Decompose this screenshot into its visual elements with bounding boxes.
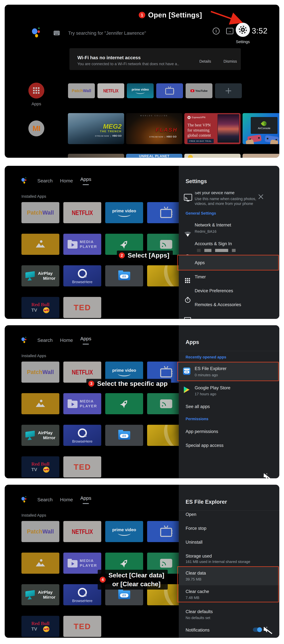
keyboard-icon[interactable] (54, 31, 60, 35)
item-app-permissions[interactable]: App permissions (186, 429, 218, 434)
mi-channel-icon[interactable]: MI (28, 120, 44, 136)
apps-grid-icon (33, 87, 40, 94)
app-tile-es[interactable] (105, 265, 143, 286)
app-tile-media[interactable]: MEDIAPLAYER (63, 393, 101, 414)
notifications-toggle-on[interactable] (253, 628, 262, 632)
banner-expressvpn[interactable]: ExpressVPN The best VPN for streaming gl… (184, 113, 240, 144)
apps-sidebar: Apps Recently opened apps ES File Explor… (179, 325, 279, 478)
app-tile-patchwall[interactable]: PatchWall (22, 521, 59, 542)
nav-tab-search[interactable]: Search (37, 178, 53, 184)
item-force-stop[interactable]: Force stop (186, 526, 206, 531)
item-google-play-store[interactable]: Google Play Store (195, 385, 230, 390)
item-uninstall[interactable]: Uninstall (186, 540, 203, 545)
app-tile-patchwall[interactable]: PatchWall (22, 362, 59, 383)
clock: 3:52 (252, 26, 267, 35)
partial-banner-unreal-planet[interactable]: UNREAL PLANET (126, 154, 182, 158)
nav-tab-home[interactable]: Home (60, 497, 73, 502)
item-accounts-sign-in[interactable]: Accounts & Sign In (195, 241, 232, 246)
nav-tab-apps[interactable]: Apps (80, 336, 91, 344)
app-tile-gallery[interactable] (22, 552, 59, 574)
input-source-icon[interactable]: → (226, 28, 233, 34)
app-tile-browsehere[interactable]: BrowseHere (63, 584, 101, 605)
nav-tab-search[interactable]: Search (37, 497, 53, 502)
search-hint[interactable]: Try searching for "Jennifer Lawrence" (68, 30, 146, 36)
item-special-app-access[interactable]: Special app access (186, 443, 223, 448)
app-tile-ted[interactable]: TED (63, 616, 101, 637)
app-tile-netflix[interactable]: NETFLIX (97, 83, 124, 98)
app-tile-rocket[interactable] (105, 393, 143, 414)
app-tile-browsehere[interactable]: BrowseHere (63, 425, 101, 446)
app-tile-airplay[interactable]: AirPlayMirror (22, 265, 59, 286)
item-open[interactable]: Open (186, 512, 196, 517)
app-tile-prime[interactable]: prime video (105, 521, 143, 542)
app-tile-gallery[interactable] (22, 234, 59, 255)
nav-tab-apps[interactable]: Apps (80, 495, 91, 504)
annotation-text: Open [Settings] (148, 11, 202, 19)
close-icon[interactable] (258, 194, 263, 198)
app-tile-ted[interactable]: TED (63, 456, 101, 478)
app-tile-media[interactable]: MEDIAPLAYER (63, 234, 101, 255)
airconsole-tv-art: AirConsole (251, 117, 277, 134)
app-tile-plus[interactable] (215, 83, 242, 98)
app-tile-airplay[interactable]: AirPlayMirror (22, 584, 59, 605)
app-tile-gallery[interactable] (22, 393, 59, 414)
details-button[interactable]: Details (199, 59, 211, 64)
installed-apps-label: Installed Apps (22, 354, 46, 358)
app-tile-youtube[interactable]: YouTube (186, 83, 212, 98)
banner-the-flash[interactable]: WORLDS COLLIDE FLASH STREAM NOW | HBO GO (126, 113, 182, 144)
installed-apps-label: Installed Apps (22, 513, 46, 518)
app-tile-redbull[interactable]: Red BullTV (22, 456, 59, 478)
nav-tab-search[interactable]: Search (37, 338, 53, 343)
partial-banner-3[interactable] (184, 154, 240, 158)
app-tile-prime[interactable]: prime video (105, 202, 143, 223)
panel-es-file-explorer: Search Home Apps Installed Apps PatchWal… (5, 485, 279, 638)
app-tile-netflix[interactable]: NETFLIX (63, 202, 101, 223)
nav-tab-apps[interactable]: Apps (80, 176, 91, 185)
item-clear-data[interactable]: Clear data (186, 570, 206, 576)
sidebar-title: Apps (186, 339, 199, 345)
item-apps[interactable]: Apps (195, 260, 205, 265)
item-network-internet[interactable]: Network & Internet (195, 222, 231, 228)
app-tile-browsehere[interactable]: BrowseHere (63, 265, 101, 286)
dismiss-button[interactable]: Dismiss (223, 59, 237, 64)
app-tile-netflix[interactable]: NETFLIX (63, 521, 101, 542)
partial-banner-1[interactable] (68, 154, 124, 158)
google-assistant-icon[interactable] (22, 337, 27, 344)
app-tile-tv[interactable] (156, 83, 183, 98)
banner-meg2[interactable]: MEG2 THE TRENCH STREAM NOW | HBO GO (68, 113, 124, 144)
item-timer[interactable]: Timer (195, 274, 206, 280)
step-badge: 1 (139, 12, 145, 18)
nav-tab-home[interactable]: Home (60, 338, 73, 343)
notification-count-icon[interactable]: 1 (213, 28, 220, 34)
app-tile-es[interactable] (105, 425, 143, 446)
apps-rail-button[interactable] (28, 83, 44, 98)
nav-tab-home[interactable]: Home (60, 178, 73, 184)
google-assistant-icon[interactable] (22, 177, 27, 184)
item-see-all-apps[interactable]: See all apps (186, 404, 210, 409)
app-tile-media[interactable]: MEDIAPLAYER (63, 552, 101, 574)
banner-airconsole[interactable]: AirConsole (242, 113, 279, 144)
app-tile-airplay[interactable]: AirPlayMirror (22, 425, 59, 446)
partial-banner-4[interactable] (242, 154, 279, 158)
item-clear-cache[interactable]: Clear cache (186, 589, 209, 594)
app-tile-patchwall[interactable]: PatchWall (22, 202, 59, 223)
step-badge: 2 (119, 252, 125, 258)
item-clear-defaults[interactable]: Clear defaults (186, 609, 213, 614)
notice-title: Set your device name (195, 192, 234, 196)
app-tile-redbull[interactable]: Red BullTV (22, 616, 59, 637)
meg2-title: MEG2 (95, 123, 121, 130)
item-remotes-accessories[interactable]: Remotes & Accessories (195, 302, 241, 307)
item-notifications: Notifications (186, 628, 210, 633)
app-tile-ted[interactable]: TED (63, 297, 101, 318)
vpn-cta-button[interactable]: FREE 30-DAY TRIAL (187, 139, 214, 143)
flash-logo: FLASH (156, 127, 178, 133)
google-assistant-icon[interactable] (22, 496, 27, 503)
app-tile-redbull[interactable]: Red BullTV (22, 297, 59, 318)
item-es-file-explorer[interactable]: ES File Explorer (195, 366, 226, 371)
google-assistant-icon[interactable] (32, 27, 41, 38)
network-ssid: Redmi_BA16 (195, 229, 216, 234)
app-tile-prime[interactable]: prime video (127, 83, 154, 98)
app-tile-patchwall[interactable]: PatchWall (68, 83, 95, 98)
item-device-preferences[interactable]: Device Preferences (195, 288, 233, 293)
settings-button[interactable] (236, 23, 250, 37)
